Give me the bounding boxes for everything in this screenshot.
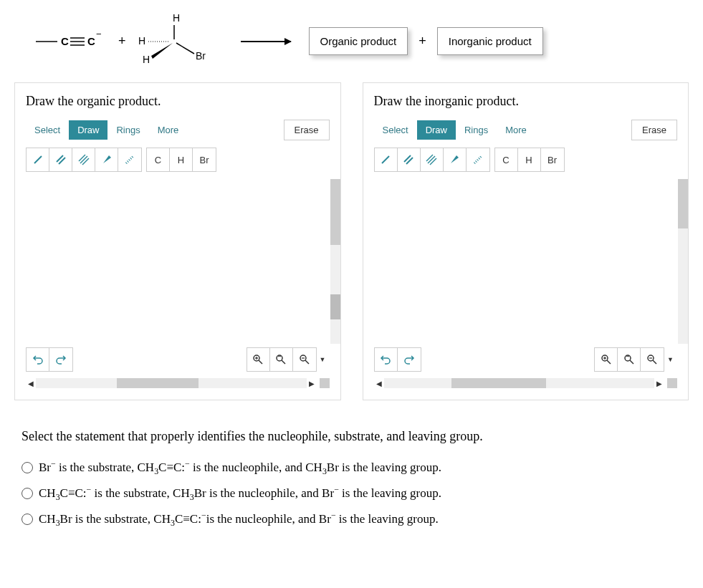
atom-tool-group: C H Br — [494, 148, 565, 172]
option-b[interactable]: CH3C≡C:− is the substrate, CH3Br is the … — [21, 484, 682, 503]
tab-draw[interactable]: Draw — [417, 120, 456, 140]
erase-button[interactable]: Erase — [631, 120, 677, 140]
svg-text:H: H — [138, 35, 145, 47]
organic-panel: Draw the organic product. Select Draw Ri… — [14, 82, 341, 400]
svg-text:C: C — [87, 35, 95, 47]
svg-text:H: H — [173, 14, 180, 24]
svg-line-35 — [430, 158, 436, 165]
single-bond-icon[interactable] — [27, 148, 49, 171]
tab-draw[interactable]: Draw — [69, 120, 107, 140]
horizontal-scrollbar[interactable]: ◀ ▶ — [374, 377, 678, 389]
inorganic-product-box: Inorganic product — [437, 27, 543, 55]
scroll-right-icon[interactable]: ▶ — [654, 380, 664, 387]
reactant-acetylide: C C − — [29, 27, 107, 56]
triple-bond-icon[interactable] — [72, 148, 95, 171]
plus-sign-1: + — [118, 34, 126, 49]
dropdown-arrow-icon[interactable]: ▼ — [667, 356, 677, 363]
vertical-scrollbar[interactable] — [678, 179, 688, 344]
tab-rings[interactable]: Rings — [456, 120, 497, 140]
tab-select[interactable]: Select — [26, 120, 69, 140]
wedge-bond-icon[interactable] — [444, 148, 467, 171]
undo-icon[interactable] — [375, 348, 398, 371]
wedge-bond-icon[interactable] — [95, 148, 118, 171]
single-bond-icon[interactable] — [375, 148, 398, 171]
atom-c-button[interactable]: C — [147, 148, 170, 171]
redo-icon[interactable] — [49, 348, 72, 371]
plus-sign-2: + — [419, 34, 426, 49]
inorganic-panel-title: Draw the inorganic product. — [374, 94, 678, 109]
atom-tool-group: C H Br — [146, 148, 216, 172]
tab-select[interactable]: Select — [374, 120, 417, 140]
atom-c-button[interactable]: C — [495, 148, 518, 171]
atom-br-button[interactable]: Br — [193, 148, 216, 171]
question-text: Select the statement that properly ident… — [7, 400, 696, 458]
dropdown-arrow-icon[interactable]: ▼ — [320, 356, 330, 363]
zoom-out-icon[interactable] — [293, 348, 316, 371]
undo-icon[interactable] — [27, 348, 49, 371]
radio-c[interactable] — [21, 514, 33, 525]
option-b-text: CH3C≡C:− is the substrate, CH3Br is the … — [39, 484, 441, 503]
svg-text:Br: Br — [196, 50, 206, 62]
svg-line-20 — [126, 156, 133, 163]
zoom-group — [247, 347, 317, 372]
option-c[interactable]: CH3Br is the substrate, CH3C≡C:−is the n… — [21, 510, 682, 529]
drawing-canvas-left[interactable] — [26, 179, 330, 344]
option-a[interactable]: Br− is the substrate, CH3C≡C:− is the nu… — [21, 458, 682, 477]
option-c-text: CH3Br is the substrate, CH3C≡C:−is the n… — [39, 510, 439, 529]
tab-more[interactable]: More — [497, 120, 535, 140]
reaction-arrow — [241, 41, 291, 42]
zoom-in-icon[interactable] — [595, 348, 618, 371]
zoom-out-icon[interactable] — [641, 348, 664, 371]
tab-more[interactable]: More — [149, 120, 188, 140]
tab-row-right: Select Draw Rings More Erase — [374, 120, 678, 140]
horizontal-scrollbar[interactable]: ◀ ▶ — [26, 377, 330, 389]
undo-redo-group — [374, 347, 421, 372]
atom-h-button[interactable]: H — [170, 148, 193, 171]
scroll-right-icon[interactable]: ▶ — [307, 380, 317, 387]
scroll-left-icon[interactable]: ◀ — [26, 380, 36, 387]
zoom-group — [594, 347, 664, 372]
svg-line-36 — [474, 156, 482, 163]
atom-br-button[interactable]: Br — [541, 148, 564, 171]
double-bond-icon[interactable] — [398, 148, 421, 171]
tool-row-left: C H Br — [26, 148, 330, 172]
svg-line-28 — [305, 360, 309, 364]
organic-panel-title: Draw the organic product. — [26, 94, 330, 109]
svg-line-19 — [82, 158, 89, 165]
answer-options: Br− is the substrate, CH3C≡C:− is the nu… — [7, 458, 696, 529]
zoom-reset-icon[interactable] — [618, 348, 641, 371]
svg-line-26 — [282, 360, 285, 364]
organic-product-box: Organic product — [309, 27, 408, 55]
dash-bond-icon[interactable] — [467, 148, 489, 171]
option-a-text: Br− is the substrate, CH3C≡C:− is the nu… — [39, 458, 441, 477]
tab-rings[interactable]: Rings — [107, 120, 148, 140]
redo-icon[interactable] — [398, 348, 421, 371]
radio-b[interactable] — [21, 488, 33, 499]
svg-line-14 — [34, 156, 42, 163]
bottom-tools-right: ▼ — [374, 347, 678, 372]
erase-button[interactable]: Erase — [284, 120, 330, 140]
bond-tool-group — [26, 148, 142, 172]
zoom-in-icon[interactable] — [247, 348, 270, 371]
scroll-left-icon[interactable]: ◀ — [374, 380, 384, 387]
svg-line-12 — [176, 43, 194, 54]
reaction-scheme: C C − + H H H Br Organic product + Inorg… — [7, 7, 696, 82]
zoom-reset-icon[interactable] — [270, 348, 293, 371]
drawing-canvas-right[interactable] — [374, 179, 678, 344]
double-bond-icon[interactable] — [49, 148, 72, 171]
tab-row-left: Select Draw Rings More Erase — [26, 120, 330, 140]
drawing-panels: Draw the organic product. Select Draw Ri… — [7, 82, 696, 400]
triple-bond-icon[interactable] — [421, 148, 444, 171]
svg-line-33 — [426, 155, 433, 161]
svg-line-38 — [607, 360, 611, 364]
vertical-scrollbar[interactable] — [330, 179, 340, 344]
dash-bond-icon[interactable] — [118, 148, 141, 171]
bond-tool-group — [374, 148, 490, 172]
bottom-tools-left: ▼ — [26, 347, 330, 372]
svg-text:−: − — [96, 29, 102, 39]
undo-redo-group — [26, 347, 73, 372]
radio-a[interactable] — [21, 462, 33, 473]
svg-line-17 — [79, 155, 85, 161]
svg-line-42 — [630, 360, 633, 364]
atom-h-button[interactable]: H — [518, 148, 541, 171]
